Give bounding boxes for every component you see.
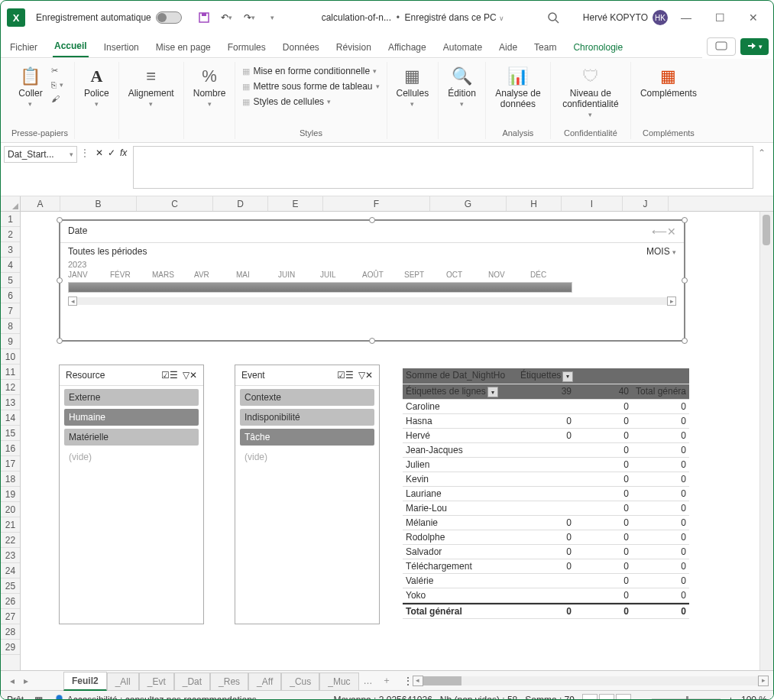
minimize-button[interactable]: — <box>675 8 697 27</box>
pivot-row[interactable]: Téléchargement000 <box>403 559 689 574</box>
pivot-row[interactable]: Mélanie000 <box>403 516 689 530</box>
sheet-nav-prev[interactable]: ◂ <box>5 676 19 686</box>
slicer-item[interactable]: Humaine <box>64 409 199 426</box>
col-header[interactable]: A <box>21 196 60 211</box>
tab-timeline[interactable]: Chronologie <box>572 39 624 57</box>
timeline-month[interactable]: MARS <box>152 271 194 279</box>
close-button[interactable]: ✕ <box>743 8 764 27</box>
save-icon[interactable] <box>197 11 211 24</box>
row-header[interactable]: 6 <box>1 288 20 303</box>
row-header[interactable]: 24 <box>1 563 20 578</box>
account-button[interactable]: Hervé KOPYTO HK <box>583 10 668 25</box>
zoom-out-icon[interactable]: − <box>639 695 644 701</box>
sheet-more-icon[interactable]: … <box>359 676 377 686</box>
conditional-formatting-button[interactable]: ▦ Mise en forme conditionnelle▾ <box>241 65 380 77</box>
cut-icon[interactable]: ✂ <box>50 65 64 76</box>
pivot-row[interactable]: Hervé000 <box>403 429 689 443</box>
row-header[interactable]: 20 <box>1 502 20 517</box>
col-header[interactable]: H <box>507 196 562 211</box>
sheet-tab[interactable]: _Aff <box>248 672 281 690</box>
enter-formula-icon[interactable]: ✓ <box>108 147 115 158</box>
sheet-tab[interactable]: _Evt <box>139 672 174 690</box>
tab-data[interactable]: Données <box>281 39 321 57</box>
zoom-level[interactable]: 100 % <box>741 695 767 701</box>
row-header[interactable]: 9 <box>1 334 20 349</box>
row-header[interactable]: 26 <box>1 594 20 609</box>
col-header[interactable]: F <box>323 196 430 211</box>
paste-button[interactable]: 📋Coller▾ <box>15 65 46 109</box>
macro-record-icon[interactable]: ▦ <box>34 695 43 701</box>
sheet-tab[interactable]: _Muc <box>319 672 358 690</box>
pivot-column-labels[interactable]: Étiquettes▾ <box>517 368 689 384</box>
sheet-tab[interactable]: _Dat <box>174 672 210 690</box>
format-painter-icon[interactable]: 🖌 <box>50 93 64 104</box>
cells-button[interactable]: ▦Cellules▾ <box>393 65 432 109</box>
maximize-button[interactable]: ☐ <box>709 8 730 27</box>
share-button[interactable]: ▾ <box>740 38 769 55</box>
multiselect-icon[interactable]: ☑☰ <box>337 370 354 381</box>
row-header[interactable]: 4 <box>1 258 20 273</box>
comments-button[interactable] <box>707 37 736 56</box>
select-all-corner[interactable] <box>1 196 21 212</box>
slicer-item[interactable]: Externe <box>64 389 199 406</box>
col-header[interactable]: C <box>137 196 213 211</box>
row-header[interactable]: 16 <box>1 441 20 456</box>
row-header[interactable]: 19 <box>1 487 20 502</box>
formula-bar[interactable] <box>133 146 753 189</box>
analyze-data-button[interactable]: 📊Analyse de données <box>492 65 544 111</box>
row-header[interactable]: 13 <box>1 395 20 410</box>
slicer-item[interactable]: (vide) <box>64 449 199 465</box>
timeline-range-bar[interactable] <box>68 282 572 293</box>
row-header[interactable]: 28 <box>1 624 20 640</box>
col-header[interactable]: G <box>430 196 507 211</box>
clear-filter-icon[interactable]: ▽✕ <box>358 370 373 381</box>
timeline-month[interactable]: FÉVR <box>110 271 152 279</box>
row-header[interactable]: 11 <box>1 365 20 380</box>
new-sheet-icon[interactable]: ＋ <box>377 674 396 687</box>
col-header[interactable]: D <box>213 196 268 211</box>
tab-view[interactable]: Affichage <box>387 39 428 57</box>
pivot-row[interactable]: Yoko00 <box>403 588 689 603</box>
slicer-resource[interactable]: Resource ☑☰▽✕ ExterneHumaineMatérielle(v… <box>59 365 204 624</box>
pivot-row[interactable]: Kevin00 <box>403 472 689 487</box>
name-box[interactable]: Dat_Start...▾ <box>4 146 77 163</box>
tab-help[interactable]: Aide <box>497 39 519 57</box>
slicer-item[interactable]: Contexte <box>240 389 374 406</box>
horizontal-scrollbar[interactable]: ⋮◂▸ <box>403 676 769 686</box>
filter-dropdown-icon[interactable]: ▾ <box>487 387 498 397</box>
timeline-month[interactable]: AOÛT <box>362 271 404 279</box>
cell-styles-button[interactable]: ▦ Styles de cellules▾ <box>241 96 380 108</box>
sheet-nav-next[interactable]: ▸ <box>19 676 33 686</box>
row-header[interactable]: 17 <box>1 456 20 472</box>
timeline-month[interactable]: JUIL <box>320 271 362 279</box>
row-header[interactable]: 21 <box>1 517 20 533</box>
row-header[interactable]: 3 <box>1 242 20 258</box>
zoom-in-icon[interactable]: + <box>728 695 734 701</box>
toggle-switch[interactable] <box>156 11 182 24</box>
timeline-months[interactable]: JANVFÉVRMARSAVRMAIJUINJUILAOÛTSEPTOCTNOV… <box>60 269 684 280</box>
slicer-item[interactable]: Matérielle <box>64 429 199 446</box>
clear-filter-icon[interactable]: ▽✕ <box>183 370 197 381</box>
row-header[interactable]: 5 <box>1 273 20 288</box>
col-header[interactable]: J <box>623 196 669 211</box>
clear-filter-icon[interactable]: ⟵✕ <box>652 225 676 238</box>
filter-dropdown-icon[interactable]: ▾ <box>562 371 573 382</box>
timeline-month[interactable]: NOV <box>488 271 530 279</box>
col-header[interactable]: I <box>562 196 623 211</box>
sheet-tab[interactable]: _Res <box>210 672 248 690</box>
collapse-ribbon-icon[interactable]: ⌃ <box>758 147 766 158</box>
timeline-month[interactable]: SEPT <box>404 271 446 279</box>
col-header[interactable]: B <box>60 196 137 211</box>
alignment-button[interactable]: ≡Alignement▾ <box>125 65 177 109</box>
timeline-scrollbar[interactable]: ◂▸ <box>68 296 676 306</box>
row-header[interactable]: 7 <box>1 303 20 319</box>
view-buttons[interactable] <box>582 694 631 701</box>
pivot-row[interactable]: Hasna000 <box>403 414 689 429</box>
redo-icon[interactable]: ↷▾ <box>243 11 257 24</box>
slicer-item[interactable]: Tâche <box>240 429 374 446</box>
tab-automate[interactable]: Automate <box>442 39 484 57</box>
row-header[interactable]: 23 <box>1 548 20 563</box>
qat-customize-icon[interactable]: ▾ <box>266 11 280 24</box>
multiselect-icon[interactable]: ☑☰ <box>161 370 178 381</box>
timeline-month[interactable]: JANV <box>68 271 110 279</box>
